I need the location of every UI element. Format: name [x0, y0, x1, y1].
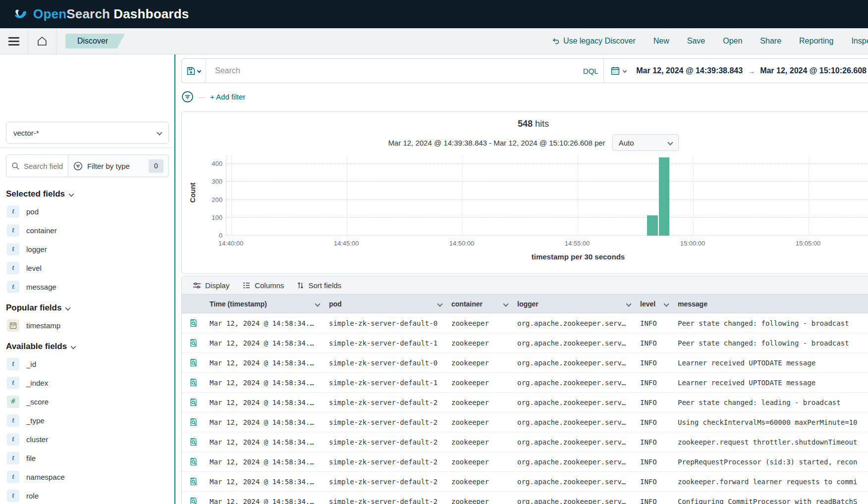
query-language-button[interactable]: DQL: [578, 59, 603, 83]
toolbar-action-reporting[interactable]: Reporting: [799, 37, 833, 46]
chevron-down-icon[interactable]: [503, 301, 508, 306]
expand-cell: [182, 457, 205, 466]
sliders-icon: [193, 281, 201, 290]
table-toolbar-display[interactable]: Display: [193, 281, 229, 290]
chevron-down-icon[interactable]: [626, 301, 631, 306]
cell-msg: Configuring CommitProcessor with readBat…: [673, 498, 868, 504]
toolbar-actions: Use legacy DiscoverNewSaveOpenShareRepor…: [552, 37, 868, 46]
saved-query-button[interactable]: [182, 59, 206, 83]
column-header-cont[interactable]: container: [447, 300, 513, 308]
field-item-level[interactable]: tlevel: [6, 258, 168, 277]
chevron-down-icon[interactable]: [315, 301, 320, 306]
toolbar-action-new[interactable]: New: [653, 37, 669, 46]
field-item-timestamp[interactable]: timestamp: [6, 316, 168, 335]
table-row[interactable]: Mar 12, 2024 @ 14:58:34.…simple-zk-serve…: [182, 333, 868, 353]
field-item-message[interactable]: tmessage: [6, 277, 168, 296]
field-item-_id[interactable]: t_id: [6, 354, 168, 373]
column-header-pod[interactable]: pod: [325, 300, 447, 308]
toolbar-action-save[interactable]: Save: [687, 37, 705, 46]
search-fields-box[interactable]: [6, 154, 68, 177]
field-item-pod[interactable]: tpod: [6, 202, 168, 221]
filter-bar: — + Add filter: [181, 89, 245, 104]
histogram-plot[interactable]: [226, 155, 868, 236]
field-section-heading-selected-fields[interactable]: Selected fields: [6, 189, 168, 199]
menu-button[interactable]: [0, 28, 28, 54]
search-fields-input[interactable]: [24, 162, 63, 170]
field-item-container[interactable]: tcontainer: [6, 221, 168, 240]
table-toolbar-columns[interactable]: Columns: [242, 281, 284, 290]
table-row[interactable]: Mar 12, 2024 @ 14:58:34.…simple-zk-serve…: [182, 472, 868, 492]
table-row[interactable]: Mar 12, 2024 @ 14:58:34.…simple-zk-serve…: [182, 353, 868, 373]
documents-table-panel: DisplayColumnsSort fields Time (timestam…: [181, 276, 868, 504]
index-pattern-select[interactable]: vector-*: [6, 122, 169, 144]
search-input[interactable]: [215, 66, 560, 75]
table-row[interactable]: Mar 12, 2024 @ 14:58:34.…simple-zk-serve…: [182, 452, 868, 472]
filter-by-type-button[interactable]: Filter by type 0: [68, 154, 169, 177]
field-item-_score[interactable]: #_score: [6, 392, 168, 411]
column-header-msg[interactable]: message: [673, 300, 868, 308]
toolbar-action-open[interactable]: Open: [723, 37, 742, 46]
histogram-bar[interactable]: [647, 215, 657, 236]
field-item-namespace[interactable]: tnamespace: [6, 467, 168, 486]
field-item-cluster[interactable]: tcluster: [6, 430, 168, 449]
cell-pod: simple-zk-server-default-1: [325, 339, 447, 347]
table-row[interactable]: Mar 12, 2024 @ 14:58:34.…simple-zk-serve…: [182, 373, 868, 393]
field-item-role[interactable]: trole: [6, 486, 168, 504]
chevron-down-icon: [70, 344, 76, 349]
table-row[interactable]: Mar 12, 2024 @ 14:58:34.…simple-zk-serve…: [182, 313, 868, 333]
expand-document-button[interactable]: [189, 378, 198, 387]
y-tick-label: 300: [185, 178, 222, 185]
chevron-down-icon[interactable]: [437, 301, 442, 306]
histogram-bar[interactable]: [659, 157, 669, 236]
cell-lvl: INFO: [636, 458, 673, 466]
chevron-down-icon[interactable]: [663, 301, 669, 306]
toolbar-action-share[interactable]: Share: [760, 37, 781, 46]
expand-document-button[interactable]: [189, 477, 198, 486]
toolbar-action-inspect[interactable]: Inspect: [851, 37, 868, 46]
date-from[interactable]: Mar 12, 2024 @ 14:39:38.843: [636, 66, 743, 75]
cell-cont: zookeeper: [447, 458, 513, 466]
column-header-log[interactable]: logger: [513, 300, 636, 308]
histogram-panel: 548 hits Mar 12, 2024 @ 14:39:38.843 - M…: [181, 111, 868, 274]
opensearch-logo-icon: [13, 6, 29, 22]
breadcrumb[interactable]: Discover: [65, 34, 125, 49]
field-section-heading-available-fields[interactable]: Available fields: [6, 342, 168, 352]
toolbar-action-use-legacy-discover[interactable]: Use legacy Discover: [552, 37, 636, 46]
interval-select[interactable]: Auto: [612, 134, 679, 151]
cell-pod: simple-zk-server-default-2: [325, 478, 447, 486]
expand-document-button[interactable]: [189, 437, 198, 447]
column-header-lvl[interactable]: level: [636, 300, 673, 308]
chevron-down-icon: [65, 305, 71, 310]
table-row[interactable]: Mar 12, 2024 @ 14:58:34.…simple-zk-serve…: [182, 393, 868, 412]
field-item-file[interactable]: tfile: [6, 449, 168, 467]
expand-document-button[interactable]: [189, 398, 198, 407]
field-section-heading-popular-fields[interactable]: Popular fields: [6, 303, 168, 313]
hits-subtitle-row: Mar 12, 2024 @ 14:39:38.843 - Mar 12, 20…: [182, 134, 868, 151]
field-item-logger[interactable]: tlogger: [6, 240, 168, 258]
filter-circle-icon[interactable]: [181, 91, 194, 103]
date-to[interactable]: Mar 12, 2024 @ 15:10:26.608: [760, 66, 867, 75]
expand-document-button[interactable]: [189, 358, 198, 367]
cell-pod: simple-zk-server-default-0: [325, 319, 447, 327]
calendar-button[interactable]: [611, 66, 631, 75]
expand-document-button[interactable]: [189, 338, 198, 348]
home-button[interactable]: [28, 28, 56, 54]
field-item-_index[interactable]: t_index: [6, 373, 168, 392]
cell-msg: Peer state changed: leading - broadcast: [673, 399, 868, 406]
add-filter-button[interactable]: + Add filter: [210, 93, 245, 101]
text-type-icon: t: [7, 452, 19, 464]
column-header-time[interactable]: Time (timestamp): [205, 300, 325, 308]
field-name: pod: [26, 207, 39, 216]
table-toolbar-sort-fields[interactable]: Sort fields: [297, 281, 341, 290]
expand-document-button[interactable]: [189, 318, 198, 328]
table-row[interactable]: Mar 12, 2024 @ 14:58:34.…simple-zk-serve…: [182, 492, 868, 504]
hamburger-icon: [8, 37, 19, 46]
grid-line-x: [462, 155, 463, 236]
table-row[interactable]: Mar 12, 2024 @ 14:58:34.…simple-zk-serve…: [182, 432, 868, 452]
expand-document-button[interactable]: [189, 497, 198, 504]
expand-document-button[interactable]: [189, 457, 198, 466]
field-item-_type[interactable]: t_type: [6, 411, 168, 430]
y-tick-label: 0: [185, 232, 222, 239]
expand-document-button[interactable]: [189, 417, 198, 427]
table-row[interactable]: Mar 12, 2024 @ 14:58:34.…simple-zk-serve…: [182, 412, 868, 432]
